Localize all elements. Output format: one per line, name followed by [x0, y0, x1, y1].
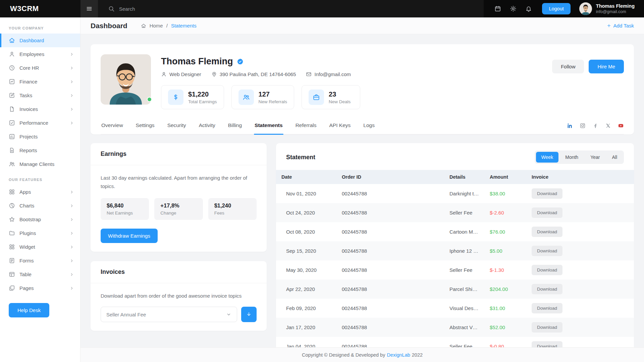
social-icon[interactable] — [605, 123, 611, 129]
statement-row: Oct 24, 2020 002445788 Seller Fee $-2.60… — [276, 203, 634, 222]
download-button[interactable]: Download — [532, 188, 562, 199]
hire-me-button[interactable]: Hire Me — [589, 60, 624, 73]
column-header: Order ID — [336, 170, 444, 184]
profile-tab[interactable]: API Keys — [329, 117, 352, 134]
download-button[interactable]: Download — [532, 284, 562, 294]
sidebar-item-icon — [9, 271, 15, 278]
menu-toggle-button[interactable] — [80, 0, 98, 17]
add-task-button[interactable]: Add Task — [606, 23, 634, 28]
sidebar-item[interactable]: Finance — [0, 75, 80, 88]
profile-tab[interactable]: Logs — [363, 117, 375, 134]
profile-tab[interactable]: Statements — [254, 117, 283, 134]
settings-button[interactable] — [510, 5, 517, 12]
sidebar-item[interactable]: Bootstrap — [0, 213, 80, 226]
date-cell: May 30, 2020 — [276, 260, 336, 280]
profile-stat-card: $1,220 Total Earnings — [161, 85, 224, 109]
profile-tab[interactable]: Settings — [135, 117, 155, 134]
sidebar-item-label: Projects — [19, 134, 38, 139]
sidebar-item[interactable]: Plugins — [0, 226, 80, 240]
sidebar-item[interactable]: Table — [0, 267, 80, 281]
withdraw-earnings-button[interactable]: Withdraw Earnings — [101, 229, 158, 243]
invoices-description: Download apart from order of the good aw… — [101, 292, 257, 300]
breadcrumb-separator: / — [166, 23, 168, 28]
amount-value: $-2.60 — [490, 210, 504, 216]
profile-tab[interactable]: Referrals — [295, 117, 317, 134]
sidebar-item[interactable]: Projects — [0, 130, 80, 143]
social-icon[interactable] — [580, 123, 586, 129]
filter-button[interactable]: Week — [536, 152, 559, 163]
profile-tab[interactable]: Billing — [227, 117, 243, 134]
sidebar-item[interactable]: Charts — [0, 199, 80, 213]
download-invoice-button[interactable] — [241, 307, 257, 322]
filter-button[interactable]: Year — [585, 152, 605, 163]
stat-value: $1,220 — [188, 90, 217, 98]
sidebar-item-label: Reports — [19, 147, 37, 153]
download-button[interactable]: Download — [532, 341, 562, 347]
download-button[interactable]: Download — [532, 322, 562, 333]
sidebar-item[interactable]: Invoices — [0, 102, 80, 116]
filter-button[interactable]: All — [606, 152, 623, 163]
earnings-stat: $6,840 Net Earnings — [101, 198, 149, 220]
stat-icon — [309, 89, 324, 105]
sidebar-item[interactable]: Apps — [0, 185, 80, 199]
search-icon — [108, 5, 115, 12]
follow-button[interactable]: Follow — [552, 60, 584, 73]
social-icon[interactable] — [618, 123, 624, 129]
footer-brand-link[interactable]: DexignLab — [387, 352, 410, 358]
sidebar-item-label: Bootstrap — [19, 217, 41, 222]
notifications-button[interactable] — [525, 5, 532, 12]
social-icon[interactable] — [592, 123, 598, 129]
earnings-stat-label: Fees — [214, 210, 251, 216]
amount-value: $204.00 — [490, 286, 508, 292]
invoice-type-select[interactable]: Seller Annual Fee — [101, 307, 237, 322]
page-content: Thomas Fleming Web Designer 390 Paulina … — [80, 34, 644, 347]
earnings-card: Earnings Last 30 day earnings calculated… — [91, 143, 267, 252]
earnings-stat-value: $1,240 — [214, 202, 251, 209]
statement-row: Oct 08, 2020 002445788 Cartoon Mobile Em… — [276, 222, 634, 241]
sidebar-item-label: Table — [19, 272, 32, 277]
copyright-year: 2022 — [412, 352, 423, 358]
profile-tab[interactable]: Activity — [198, 117, 216, 134]
date-cell: Jan 04, 2020 — [276, 337, 336, 347]
profile-stat-card: 23 New Deals — [302, 85, 360, 109]
sidebar-item[interactable]: Reports — [0, 143, 80, 157]
search-input[interactable] — [119, 6, 213, 12]
sidebar-item[interactable]: Tasks — [0, 88, 80, 102]
sidebar-item[interactable]: Pages — [0, 281, 80, 295]
earnings-stat: $1,240 Fees — [208, 198, 257, 220]
date-cell: Oct 08, 2020 — [276, 222, 336, 241]
sidebar-item-label: Widget — [19, 244, 35, 250]
details-cell: Visual Design Illustration — [444, 299, 484, 318]
sidebar-item[interactable]: Manage Clients — [0, 157, 80, 171]
download-button[interactable]: Download — [532, 207, 562, 218]
sidebar-item-icon — [9, 257, 15, 264]
profile-tab[interactable]: Security — [167, 117, 187, 134]
order-id-cell: 002445788 — [336, 280, 444, 299]
download-button[interactable]: Download — [532, 303, 562, 313]
breadcrumb-home[interactable]: Home — [150, 23, 163, 28]
column-header: Date — [276, 170, 336, 184]
amount-value: $5.00 — [490, 248, 502, 254]
help-desk-button[interactable]: Help Desk — [9, 303, 49, 317]
sidebar-item[interactable]: Widget — [0, 240, 80, 254]
sidebar-item[interactable]: Core HR — [0, 61, 80, 75]
topbar-user-menu[interactable]: Thomas Fleming info@gmail.com — [579, 2, 635, 15]
logout-button[interactable]: Logout — [542, 3, 570, 14]
sidebar-item[interactable]: Performance — [0, 116, 80, 130]
download-button[interactable]: Download — [532, 246, 562, 256]
profile-tab[interactable]: Overview — [101, 117, 124, 134]
order-id-cell: 002445788 — [336, 241, 444, 260]
download-button[interactable]: Download — [532, 227, 562, 237]
filter-button[interactable]: Month — [560, 152, 584, 163]
social-icon[interactable] — [567, 123, 573, 129]
bell-icon — [525, 5, 532, 12]
sidebar-item[interactable]: Dashboard — [0, 34, 80, 47]
earnings-title: Earnings — [101, 150, 257, 158]
earnings-stat-value: $6,840 — [107, 202, 143, 209]
sidebar-item[interactable]: Employees — [0, 47, 80, 61]
chevron-right-icon — [69, 231, 74, 236]
sidebar-item[interactable]: Forms — [0, 254, 80, 267]
download-button[interactable]: Download — [532, 265, 562, 275]
calendar-button[interactable] — [494, 5, 501, 12]
stat-value: 23 — [329, 90, 351, 98]
